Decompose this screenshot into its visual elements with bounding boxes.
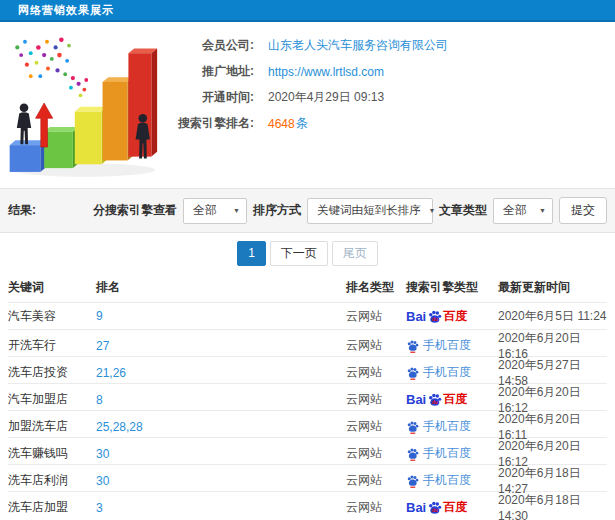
rank-type-cell: 云网站 [346, 364, 406, 381]
member-company-label: 会员公司: [168, 37, 254, 54]
baidu-logo-cn-text: 百度 [443, 499, 467, 516]
rank-type-cell: 云网站 [346, 337, 406, 354]
rank-cell: 27 [96, 339, 346, 353]
rank-type-cell: 云网站 [346, 499, 406, 516]
rank-link[interactable]: 25,28,28 [96, 420, 143, 434]
businessman-left-figure [17, 103, 31, 144]
info-row-rank-count: 搜索引擎排名: 4648 条 [168, 116, 605, 131]
header-engine-type: 搜索引擎类型 [406, 279, 498, 296]
engine-cell: du 手机百度 [406, 337, 498, 354]
rank-count-unit: 条 [296, 115, 308, 132]
title-bar: 网络营销效果展示 [0, 0, 615, 22]
last-page-button[interactable]: 尾页 [332, 241, 378, 266]
table-row: 汽车美容 9 云网站 Bai du 百度 [8, 302, 607, 329]
article-type-select[interactable]: 全部 ▼ [493, 198, 553, 224]
table-row: 洗车店利润 30 云网站 du 手 [8, 464, 607, 491]
engine-select-value: 全部 [193, 202, 217, 219]
keyword-cell: 洗车店加盟 [8, 499, 96, 516]
baidu-paw-icon: du [427, 392, 442, 407]
engine-cell: du 手机百度 [406, 364, 498, 381]
keyword-cell: 汽车美容 [8, 308, 96, 325]
rank-cell: 30 [96, 447, 346, 461]
page-1-button[interactable]: 1 [237, 241, 266, 266]
page-title: 网络营销效果展示 [18, 3, 114, 18]
updated-cell: 2020年6月5日 11:24 [498, 308, 607, 325]
mobile-baidu-text: 手机百度 [423, 364, 471, 381]
info-row-url: 推广地址: https://www.lrtlsd.com [168, 64, 605, 79]
mobile-baidu-text: 手机百度 [423, 472, 471, 489]
engine-cell: du 手机百度 [406, 472, 498, 489]
engine-cell: Bai du 百度 [406, 391, 498, 408]
rank-cell: 9 [96, 309, 346, 323]
mobile-baidu-text: 手机百度 [423, 418, 471, 435]
mobile-baidu-logo: 手机百度 [406, 364, 471, 381]
header-keyword: 关键词 [8, 279, 96, 296]
mobile-baidu-logo: 手机百度 [406, 337, 471, 354]
caret-down-icon: ▼ [539, 207, 546, 214]
open-time-label: 开通时间: [168, 89, 254, 106]
rank-link[interactable]: 9 [96, 309, 103, 323]
sort-filter-label: 排序方式 [253, 202, 301, 219]
baidu-logo-cn-text: 百度 [443, 308, 467, 325]
keyword-cell: 加盟洗车店 [8, 418, 96, 435]
baidu-logo: Bai du 百度 [406, 499, 467, 516]
rank-cell: 8 [96, 393, 346, 407]
baidu-logo-text: Bai [406, 309, 426, 324]
rankings-table: 关键词 排名 排名类型 搜索引擎类型 最新更新时间 汽车美容 9 云网站 Bai… [0, 273, 615, 518]
member-company-link[interactable]: 山东老人头汽车服务咨询有限公司 [268, 37, 448, 54]
submit-button[interactable]: 提交 [559, 197, 607, 224]
next-page-button[interactable]: 下一页 [270, 241, 328, 266]
engine-select[interactable]: 全部 ▼ [183, 198, 247, 224]
table-row: 汽车加盟店 8 云网站 Bai du 百度 [8, 383, 607, 410]
rank-cell: 30 [96, 474, 346, 488]
open-time-value: 2020年4月29日 09:13 [268, 89, 384, 106]
rank-link[interactable]: 3 [96, 501, 103, 515]
baidu-logo-cn-text: 百度 [443, 391, 467, 408]
article-type-label: 文章类型 [439, 202, 487, 219]
table-row: 洗车店投资 21,26 云网站 du [8, 356, 607, 383]
pagination: 1 下一页 尾页 [0, 233, 615, 273]
rank-cell: 25,28,28 [96, 420, 346, 434]
header-updated: 最新更新时间 [498, 279, 607, 296]
info-row-company: 会员公司: 山东老人头汽车服务咨询有限公司 [168, 38, 605, 53]
account-info: 会员公司: 山东老人头汽车服务咨询有限公司 推广地址: https://www.… [162, 22, 615, 188]
rank-type-cell: 云网站 [346, 445, 406, 462]
table-body: 汽车美容 9 云网站 Bai du 百度 [8, 302, 607, 518]
rank-cell: 21,26 [96, 366, 346, 380]
mobile-baidu-logo: 手机百度 [406, 418, 471, 435]
mobile-baidu-paw-icon [406, 366, 419, 380]
promo-url-label: 推广地址: [168, 63, 254, 80]
rank-type-cell: 云网站 [346, 472, 406, 489]
rank-link[interactable]: 21,26 [96, 366, 126, 380]
rank-type-cell: 云网站 [346, 308, 406, 325]
rank-link[interactable]: 8 [96, 393, 103, 407]
table-header-row: 关键词 排名 排名类型 搜索引擎类型 最新更新时间 [8, 273, 607, 302]
table-row: 洗车赚钱吗 30 云网站 du 手 [8, 437, 607, 464]
rank-link[interactable]: 27 [96, 339, 109, 353]
sort-select[interactable]: 关键词由短到长排序 ▼ [307, 198, 433, 224]
baidu-paw-icon: du [427, 309, 442, 324]
article-type-select-value: 全部 [503, 202, 527, 219]
baidu-logo-text: Bai [406, 500, 426, 515]
keyword-cell: 汽车加盟店 [8, 391, 96, 408]
mobile-baidu-text: 手机百度 [423, 337, 471, 354]
svg-text:du: du [432, 507, 438, 513]
keyword-cell: 洗车店投资 [8, 364, 96, 381]
engine-filter-label: 分搜索引擎查看 [93, 202, 177, 219]
baidu-logo-text: Bai [406, 392, 426, 407]
rank-link[interactable]: 30 [96, 474, 109, 488]
keyword-cell: 洗车赚钱吗 [8, 445, 96, 462]
mobile-baidu-text: 手机百度 [423, 445, 471, 462]
header-rank: 排名 [96, 279, 346, 296]
bar-chart-illustration [0, 22, 162, 184]
rank-link[interactable]: 30 [96, 447, 109, 461]
header-rank-type: 排名类型 [346, 279, 406, 296]
engine-cell: Bai du 百度 [406, 308, 498, 325]
rank-type-cell: 云网站 [346, 391, 406, 408]
filter-controls: 分搜索引擎查看 全部 ▼ 排序方式 关键词由短到长排序 ▼ 文章类型 全部 ▼ … [93, 197, 607, 224]
keyword-cell: 开洗车行 [8, 337, 96, 354]
mobile-baidu-paw-icon [406, 474, 419, 488]
table-row: 加盟洗车店 25,28,28 云网站 du [8, 410, 607, 437]
result-label: 结果: [8, 202, 36, 219]
promo-url-link[interactable]: https://www.lrtlsd.com [268, 65, 384, 79]
